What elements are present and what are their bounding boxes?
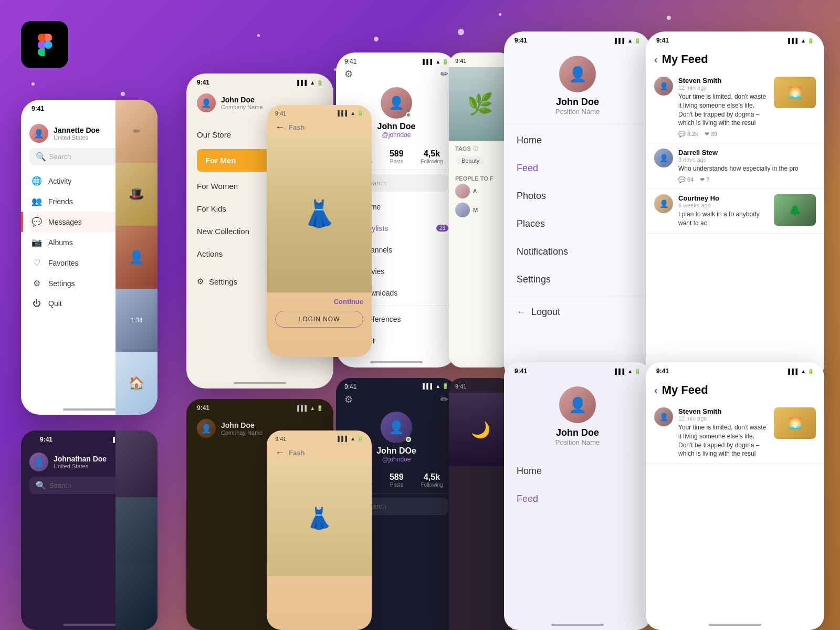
right-nav-notifications[interactable]: Notifications: [504, 238, 651, 266]
search-icon: 🔍: [36, 152, 46, 162]
avatar: 👤: [559, 386, 596, 423]
phone-fashion-overlay-bottom: 9:41 ▌▌▌ ▲ 🔋 ← Fash 👗: [267, 430, 372, 630]
feed-title: My Feed: [662, 383, 708, 397]
avatar: 👤: [381, 412, 412, 443]
post-time: 3 days ago: [678, 156, 816, 163]
profile-name: John Doe: [512, 97, 643, 108]
status-time: 9:41: [656, 37, 669, 44]
post-time: 12 min ago: [678, 415, 769, 422]
avatar: 👤: [381, 87, 412, 119]
person-item-m[interactable]: M: [455, 201, 506, 219]
decoration-dot: [458, 29, 464, 35]
settings-icon[interactable]: ⚙: [344, 394, 353, 405]
online-indicator: [406, 437, 411, 442]
decoration-dot: [667, 16, 671, 20]
status-icons: ▌▌▌ ▲ 🔋: [297, 80, 323, 86]
post-content: Darrell Stew 3 days ago Who understands …: [678, 149, 816, 183]
phone-dark-tags: 9:41 🌙: [449, 378, 512, 630]
user-name: Johnathan Doe: [54, 455, 107, 463]
comment-count: 💬 8.2k: [678, 131, 698, 138]
phone-my-feed: 9:41 ▌▌▌ ▲ 🔋 ‹ My Feed 👤 Steven Smith 12…: [646, 32, 824, 383]
person-avatar: [455, 184, 470, 198]
quit-icon: ⏻: [32, 299, 42, 308]
status-bar: 9:41 ▌▌▌ ▲ 🔋: [336, 52, 457, 68]
playlists-badge: 23: [436, 225, 448, 232]
user-location: United States: [54, 134, 100, 141]
status-bar: 9:41 ▌▌▌ ▲ 🔋: [186, 74, 333, 89]
settings-icon: ⚙: [197, 277, 204, 286]
search-placeholder: Search: [49, 153, 71, 161]
back-icon[interactable]: ←: [275, 122, 285, 133]
edit-icon[interactable]: ✏: [440, 394, 448, 405]
online-indicator: [406, 112, 411, 118]
post-content: Steven Smith 12 min ago Your time is lim…: [678, 407, 769, 458]
status-time: 9:41: [32, 105, 44, 112]
decoration-dot: [32, 82, 35, 86]
status-time: 9:41: [514, 37, 527, 44]
login-now-button[interactable]: LOGIN NOW: [275, 311, 363, 328]
post-actions: 💬 64 ❤ 7: [678, 176, 816, 183]
profile-section: 👤 John Doe Position Name: [504, 378, 651, 453]
back-icon[interactable]: ‹: [654, 384, 658, 396]
status-icons: ▌▌▌ ▲ 🔋: [788, 38, 814, 44]
albums-icon: 📷: [32, 237, 42, 247]
post-text: Your time is limited, don't waste it liv…: [678, 92, 769, 128]
status-icons: ▌▌▌ ▲ 🔋: [615, 369, 640, 374]
status-time: 9:41: [514, 368, 527, 375]
decoration-dot: [374, 37, 379, 41]
photo-strip: ✏ 🎩 👤 1:34 🏠: [116, 100, 158, 415]
fashion-nav: ← Fash: [267, 120, 372, 135]
cover-photo: 🌿: [449, 67, 512, 141]
favorites-icon: ♡: [32, 258, 42, 268]
status-icons: ▌▌▌ ▲ 🔋: [615, 38, 640, 44]
right-nav-photos[interactable]: Photos: [504, 182, 651, 210]
logout-icon: ←: [517, 307, 526, 318]
status-icons: ▌▌▌ ▲ 🔋: [423, 58, 448, 65]
user-location: United States: [54, 463, 107, 469]
feed-post-1: 👤 Steven Smith 12 min ago Your time is l…: [646, 71, 824, 143]
right-nav-settings[interactable]: Settings: [504, 266, 651, 293]
feed-header: ‹ My Feed: [646, 47, 824, 71]
logout-button[interactable]: ← Logout: [504, 298, 651, 326]
feed-title: My Feed: [662, 52, 708, 66]
right-nav-home[interactable]: Home: [504, 457, 651, 485]
tag-beauty[interactable]: Beauty: [456, 156, 485, 165]
right-nav-places[interactable]: Places: [504, 210, 651, 238]
status-bar: 9:41 ▌▌▌ ▲ 🔋: [336, 378, 457, 394]
fashion-title: Fash: [289, 449, 304, 457]
avatar: 👤: [29, 124, 48, 143]
avatar: 👤: [197, 93, 216, 112]
home-bar: [370, 361, 423, 363]
person-item-a[interactable]: A: [455, 182, 506, 201]
right-nav-feed[interactable]: Feed: [504, 154, 651, 182]
status-icons: ▌▌▌ ▲ 🔋: [338, 436, 363, 442]
phone-dark-sidebar: 9:41 ▌▌▌ ▲ 🔋 👤 Johnathan Doe United Stat…: [21, 430, 158, 630]
back-icon[interactable]: ←: [275, 447, 285, 458]
continue-button[interactable]: Continue: [275, 298, 363, 306]
post-text: I plan to walk in a fo anybody want to a…: [678, 210, 769, 228]
back-icon[interactable]: ‹: [654, 54, 658, 66]
post-image: 🌅: [774, 407, 816, 439]
right-nav-feed[interactable]: Feed: [504, 485, 651, 513]
status-icons: ▌▌▌ ▲ 🔋: [423, 383, 448, 391]
edit-icon[interactable]: ✏: [440, 68, 448, 80]
posts-stat: 589 Posts: [390, 472, 404, 488]
friends-icon: 👥: [32, 196, 42, 206]
person-initial: M: [473, 207, 478, 213]
right-nav-home[interactable]: Home: [504, 127, 651, 154]
person-avatar: [455, 203, 470, 217]
menu-label-favorites: Favorites: [48, 259, 79, 267]
posts-stat: 589 Posts: [390, 149, 404, 164]
status-bar: 9:41 ▌▌▌ ▲ 🔋: [267, 430, 372, 445]
globe-icon: 🌐: [32, 176, 42, 186]
home-bar: [551, 624, 604, 626]
post-avatar: 👤: [654, 77, 673, 96]
logout-label: Logout: [531, 307, 560, 318]
user-name: John Doe: [221, 96, 262, 104]
status-icons: ▌▌▌ ▲ 🔋: [297, 405, 323, 411]
feed-header: ‹ My Feed: [646, 378, 824, 402]
following-stat: 4,5k Following: [421, 149, 443, 164]
fashion-nav: ← Fash: [267, 445, 372, 460]
settings-icon[interactable]: ⚙: [344, 68, 353, 80]
post-avatar: 👤: [654, 407, 673, 426]
